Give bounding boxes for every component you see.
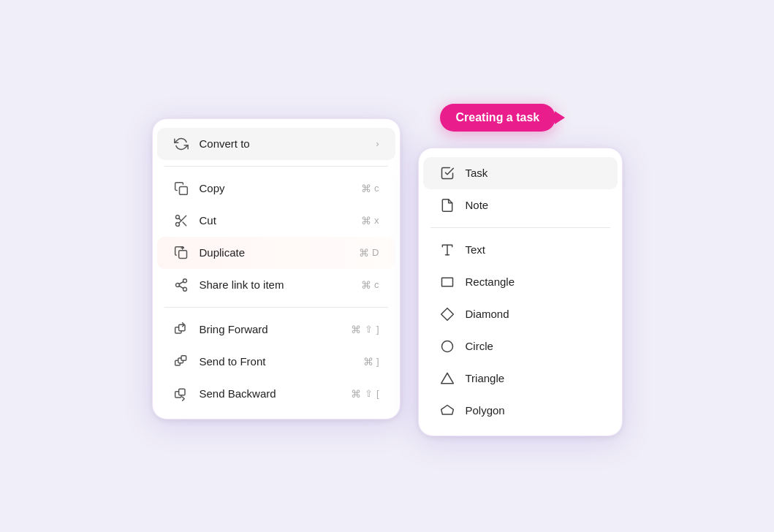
svg-line-4: [183, 222, 186, 226]
divider-1: [164, 166, 388, 167]
text-icon: [439, 242, 455, 258]
bring-forward-icon: [173, 322, 189, 338]
divider-2: [164, 307, 388, 308]
svg-marker-26: [441, 373, 453, 383]
copy-icon: [173, 180, 189, 197]
context-menu: Convert to › Copy ⌘ c: [152, 118, 401, 419]
triangle-label: Triangle: [466, 372, 505, 384]
svg-rect-18: [181, 355, 186, 360]
send-front-shortcut: ⌘ ]: [363, 356, 379, 368]
menu-item-duplicate[interactable]: Duplicate ⌘ D: [157, 237, 395, 269]
share-shortcut: ⌘ c: [361, 279, 379, 291]
task-label: Task: [466, 167, 488, 179]
convert-item-circle[interactable]: Circle: [423, 330, 618, 362]
svg-marker-24: [441, 308, 453, 320]
copy-shortcut: ⌘ c: [361, 183, 379, 194]
convert-item-triangle[interactable]: Triangle: [423, 362, 618, 395]
send-front-label: Send to Front: [200, 355, 353, 368]
tooltip-text: Creating a task: [456, 111, 540, 123]
convert-item-rectangle[interactable]: Rectangle: [423, 266, 618, 298]
svg-rect-20: [178, 389, 184, 395]
convert-item-text[interactable]: Text: [423, 234, 618, 266]
send-front-icon: [173, 354, 189, 370]
convert-panel: Task Note: [418, 148, 623, 436]
convert-icon: [173, 136, 189, 152]
svg-rect-23: [441, 278, 452, 286]
diamond-label: Diamond: [466, 308, 509, 320]
circle-label: Circle: [466, 340, 493, 352]
copy-label: Copy: [200, 182, 352, 194]
convert-submenu-wrapper: Creating a task Task: [418, 118, 623, 436]
menu-item-bring-forward[interactable]: Bring Forward ⌘ ⇧ ]: [157, 314, 395, 346]
menu-item-send-backward[interactable]: Send Backward ⌘ ⇧ [: [157, 378, 395, 410]
diamond-icon: [439, 306, 455, 322]
menu-item-send-front[interactable]: Send to Front ⌘ ]: [157, 346, 395, 378]
polygon-label: Polygon: [466, 404, 505, 417]
polygon-icon: [439, 403, 455, 419]
share-icon: [173, 277, 189, 293]
share-label: Share link to item: [200, 278, 352, 291]
convert-item-note[interactable]: Note: [423, 189, 618, 221]
text-label: Text: [466, 243, 486, 256]
cut-icon: [173, 213, 189, 229]
divider-convert: [430, 227, 610, 228]
duplicate-icon: [173, 245, 189, 261]
menu-item-copy[interactable]: Copy ⌘ c: [157, 172, 395, 205]
svg-rect-0: [179, 186, 187, 194]
convert-item-task[interactable]: Task: [423, 157, 618, 189]
svg-line-13: [179, 281, 183, 284]
send-backward-shortcut: ⌘ ⇧ [: [351, 388, 379, 400]
convert-item-polygon[interactable]: Polygon: [423, 395, 618, 427]
svg-point-25: [441, 341, 452, 352]
send-backward-label: Send Backward: [200, 387, 341, 400]
bring-forward-shortcut: ⌘ ⇧ ]: [351, 324, 379, 335]
send-backward-icon: [173, 386, 189, 402]
menu-item-share[interactable]: Share link to item ⌘ c: [157, 269, 395, 301]
scene: Convert to › Copy ⌘ c: [152, 118, 623, 436]
convert-to-label: Convert to: [200, 137, 366, 150]
triangle-icon: [439, 370, 455, 387]
svg-rect-6: [178, 250, 186, 258]
task-icon: [439, 165, 455, 181]
bring-forward-label: Bring Forward: [200, 323, 341, 335]
cut-shortcut: ⌘ x: [361, 215, 379, 227]
menu-item-cut[interactable]: Cut ⌘ x: [157, 205, 395, 237]
circle-icon: [439, 338, 455, 354]
svg-marker-27: [441, 405, 453, 414]
cut-label: Cut: [200, 214, 352, 227]
duplicate-label: Duplicate: [200, 246, 349, 259]
rectangle-icon: [439, 274, 455, 290]
svg-line-5: [178, 218, 181, 220]
note-icon: [439, 197, 455, 213]
menu-item-convert-to[interactable]: Convert to ›: [157, 128, 395, 160]
rectangle-label: Rectangle: [466, 276, 515, 288]
arrow-icon: ›: [376, 138, 379, 149]
note-label: Note: [466, 199, 489, 211]
svg-line-12: [179, 286, 183, 288]
convert-item-diamond[interactable]: Diamond: [423, 298, 618, 330]
tooltip: Creating a task: [440, 104, 556, 132]
duplicate-shortcut: ⌘ D: [359, 247, 379, 259]
